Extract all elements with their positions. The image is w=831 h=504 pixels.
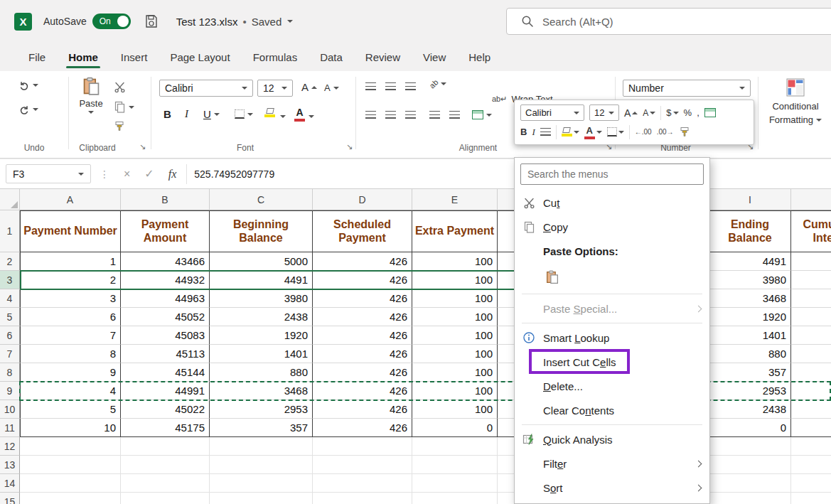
- grid-cell[interactable]: 426: [313, 382, 412, 400]
- grid-cell[interactable]: [210, 437, 313, 456]
- grid-cell[interactable]: Beginning Balance: [210, 210, 313, 252]
- grid-cell[interactable]: [313, 493, 412, 504]
- grid-cell[interactable]: [791, 437, 831, 456]
- mini-format-table-button[interactable]: [704, 108, 716, 117]
- grid-cell[interactable]: 7: [20, 326, 121, 345]
- increase-font-button[interactable]: A: [301, 81, 317, 93]
- grid-cell[interactable]: [791, 289, 831, 308]
- search-box[interactable]: [506, 8, 831, 35]
- grid-cell[interactable]: 1401: [709, 326, 791, 345]
- grid-cell[interactable]: 45144: [121, 363, 210, 382]
- grid-cell[interactable]: Scheduled Payment: [313, 210, 412, 252]
- undo-button[interactable]: [18, 80, 38, 91]
- row-header[interactable]: 5: [0, 308, 20, 326]
- row-header[interactable]: 8: [0, 363, 20, 382]
- grid-cell[interactable]: 4491: [210, 271, 313, 289]
- grid-cell[interactable]: 100: [412, 289, 498, 308]
- formula-value[interactable]: 525.74952097779: [194, 168, 274, 180]
- font-name-combobox[interactable]: Calibri: [159, 80, 253, 97]
- excel-logo-icon[interactable]: X: [14, 13, 32, 31]
- grid-cell[interactable]: [791, 419, 831, 437]
- mini-fill-color-button[interactable]: [562, 127, 579, 136]
- row-header[interactable]: 7: [0, 345, 20, 363]
- column-header[interactable]: E: [412, 189, 498, 210]
- grid-cell[interactable]: [121, 474, 210, 493]
- grid-cell[interactable]: 5: [20, 400, 121, 419]
- grid-cell[interactable]: [791, 474, 831, 493]
- grid-cell[interactable]: [20, 437, 121, 456]
- mini-borders-button[interactable]: [607, 127, 624, 136]
- grid-cell[interactable]: 2953: [210, 400, 313, 419]
- menu-item-cut[interactable]: Cut: [515, 191, 709, 215]
- grid-cell[interactable]: 3980: [709, 271, 791, 289]
- grid-cell[interactable]: [791, 493, 831, 504]
- row-header[interactable]: 2: [0, 252, 20, 271]
- grid-cell[interactable]: [20, 456, 121, 474]
- grid-cell[interactable]: 2438: [210, 308, 313, 326]
- align-right-button[interactable]: [405, 111, 416, 119]
- grid-cell[interactable]: 2: [20, 271, 121, 289]
- tab-page-layout[interactable]: Page Layout: [159, 43, 241, 71]
- column-header[interactable]: C: [210, 189, 313, 210]
- grid-cell[interactable]: [412, 474, 498, 493]
- grid-cell[interactable]: 426: [313, 271, 412, 289]
- row-header[interactable]: 14: [0, 474, 20, 493]
- mini-increase-decimal-button[interactable]: ←.00: [635, 128, 652, 136]
- grid-cell[interactable]: 8: [20, 345, 121, 363]
- grid-cell[interactable]: 100: [412, 308, 498, 326]
- font-size-combobox[interactable]: 12: [257, 80, 293, 97]
- grid-cell[interactable]: 426: [313, 289, 412, 308]
- grid-cell[interactable]: 9: [20, 363, 121, 382]
- menu-item-filter[interactable]: Filter: [515, 451, 709, 476]
- grid-cell[interactable]: 3: [20, 289, 121, 308]
- name-box-resize-handle[interactable]: ⋮: [100, 168, 109, 180]
- grid-cell[interactable]: [210, 474, 313, 493]
- align-middle-button[interactable]: [385, 82, 396, 90]
- grid-cell[interactable]: 426: [313, 252, 412, 271]
- dialog-launcher-icon[interactable]: ↘: [139, 142, 146, 151]
- grid-cell[interactable]: [791, 308, 831, 326]
- mini-increase-font-button[interactable]: A: [624, 107, 638, 119]
- menu-item-delete[interactable]: Delete...: [515, 374, 709, 398]
- grid-cell[interactable]: 880: [210, 363, 313, 382]
- tab-file[interactable]: File: [17, 43, 57, 71]
- grid-cell[interactable]: 45113: [121, 345, 210, 363]
- context-menu-search-input[interactable]: [520, 163, 704, 185]
- grid-cell[interactable]: 1401: [210, 345, 313, 363]
- grid-cell[interactable]: 10: [20, 419, 121, 437]
- menu-item-copy[interactable]: Copy: [515, 215, 709, 239]
- chevron-down-icon[interactable]: [287, 20, 293, 23]
- select-all-button[interactable]: [0, 189, 20, 210]
- grid-cell[interactable]: Payment Amount: [121, 210, 210, 252]
- column-header[interactable]: B: [121, 189, 210, 210]
- grid-cell[interactable]: [20, 474, 121, 493]
- grid-cell[interactable]: 44991: [121, 382, 210, 400]
- grid-cell[interactable]: 100: [412, 400, 498, 419]
- grid-cell[interactable]: [210, 456, 313, 474]
- borders-button[interactable]: [235, 109, 253, 119]
- grid-cell[interactable]: Cumulative Interest: [791, 210, 831, 252]
- grid-cell[interactable]: [791, 382, 831, 400]
- grid-cell[interactable]: 3468: [709, 289, 791, 308]
- grid-cell[interactable]: [791, 400, 831, 419]
- grid-cell[interactable]: [121, 437, 210, 456]
- grid-cell[interactable]: 426: [313, 326, 412, 345]
- tab-insert[interactable]: Insert: [109, 43, 159, 71]
- grid-cell[interactable]: [709, 456, 791, 474]
- grid-cell[interactable]: Payment Number: [20, 210, 121, 252]
- tab-data[interactable]: Data: [309, 43, 354, 71]
- paste-button[interactable]: Paste: [74, 77, 108, 114]
- grid-cell[interactable]: 45022: [121, 400, 210, 419]
- menu-item-paste-options[interactable]: Paste Options:: [515, 239, 709, 263]
- row-header[interactable]: 10: [0, 400, 20, 419]
- align-bottom-button[interactable]: [405, 82, 416, 90]
- chevron-down-icon[interactable]: [309, 115, 314, 118]
- row-header[interactable]: 1: [0, 210, 20, 252]
- menu-item-sort[interactable]: Sort: [515, 476, 709, 500]
- number-format-combobox[interactable]: Number: [623, 80, 751, 97]
- row-header[interactable]: 6: [0, 326, 20, 345]
- dialog-launcher-icon[interactable]: ↘: [346, 142, 353, 151]
- grid-cell[interactable]: 100: [412, 363, 498, 382]
- name-box[interactable]: F3: [6, 164, 91, 183]
- grid-cell[interactable]: 3980: [210, 289, 313, 308]
